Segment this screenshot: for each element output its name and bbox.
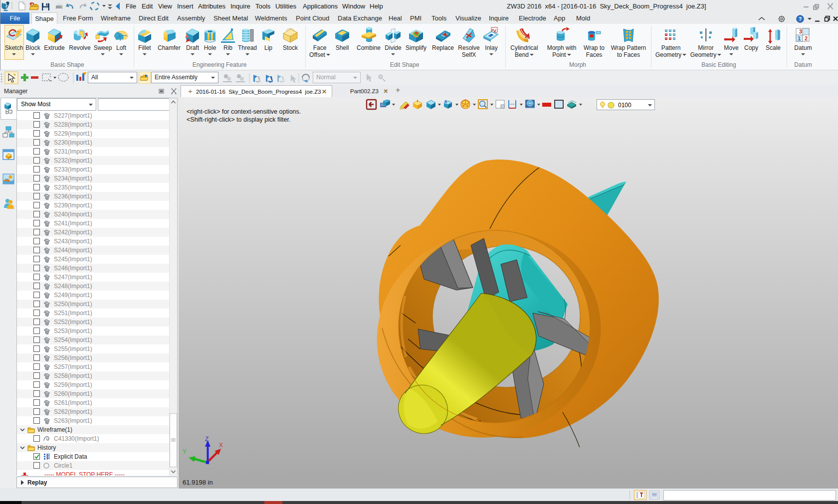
svg-text:2: 2 bbox=[805, 35, 808, 41]
svg-text:X: X bbox=[219, 442, 223, 449]
svg-text:3: 3 bbox=[799, 28, 802, 34]
svg-text:Y: Y bbox=[183, 448, 187, 455]
svg-text:?: ? bbox=[799, 16, 802, 22]
svg-text:1: 1 bbox=[798, 35, 801, 41]
